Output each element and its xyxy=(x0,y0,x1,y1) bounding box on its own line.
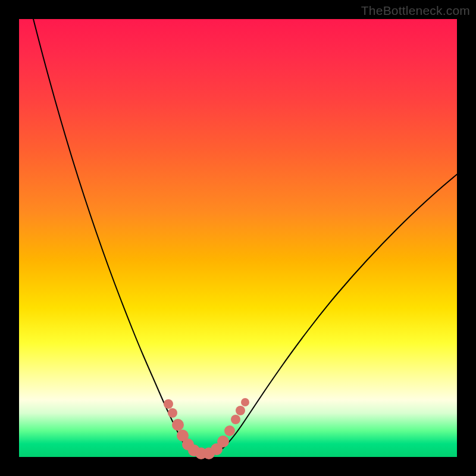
curve-group xyxy=(33,19,457,455)
chart-plot-area xyxy=(19,19,457,457)
watermark-text: TheBottleneck.com xyxy=(361,4,470,18)
bead-left-1 xyxy=(164,399,173,409)
bead-right-5 xyxy=(236,406,245,415)
bead-right-4 xyxy=(231,415,240,424)
curve-left xyxy=(33,19,183,443)
bead-left-2 xyxy=(168,408,177,418)
chart-frame: TheBottleneck.com xyxy=(0,0,476,476)
chart-svg xyxy=(19,19,457,457)
bead-right-3 xyxy=(224,425,235,436)
curve-right xyxy=(215,174,457,453)
bead-left-3 xyxy=(172,419,184,431)
bead-right-6 xyxy=(241,398,249,406)
bead-right-2 xyxy=(217,436,229,447)
bead-group xyxy=(164,398,249,459)
